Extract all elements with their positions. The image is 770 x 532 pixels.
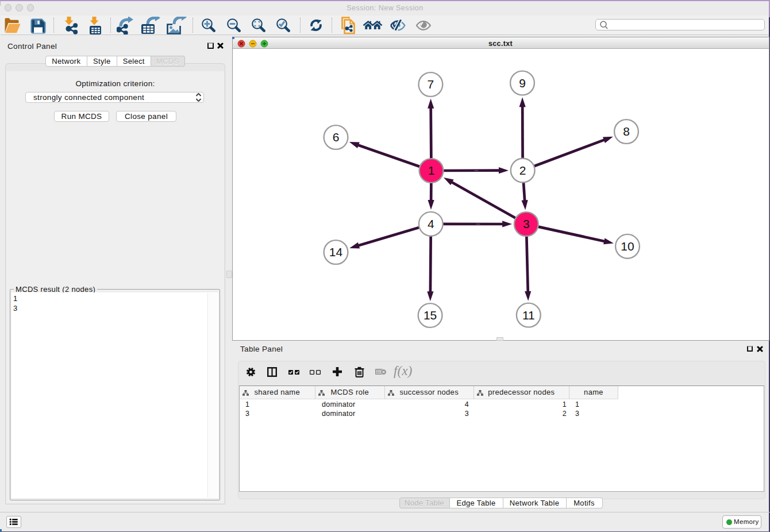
svg-text:7: 7 <box>428 78 434 91</box>
svg-text:9: 9 <box>519 76 526 90</box>
svg-text:14: 14 <box>329 245 343 259</box>
svg-text:10: 10 <box>621 240 634 253</box>
svg-text:8: 8 <box>623 125 630 138</box>
svg-text:15: 15 <box>424 309 437 322</box>
svg-text:6: 6 <box>333 130 340 144</box>
svg-text:3: 3 <box>523 217 530 230</box>
svg-text:4: 4 <box>428 217 434 230</box>
svg-text:11: 11 <box>522 309 535 322</box>
svg-text:1: 1 <box>428 164 435 177</box>
svg-text:2: 2 <box>519 164 526 177</box>
